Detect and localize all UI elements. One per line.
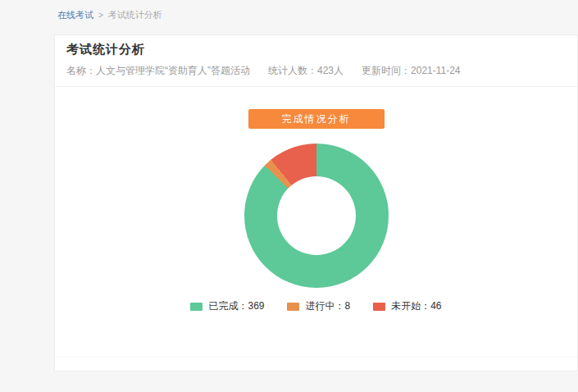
- legend-label-completed: 已完成：369: [208, 299, 264, 313]
- exam-meta: 名称：人文与管理学院“资助育人”答题活动 统计人数：423人 更新时间：2021…: [66, 64, 566, 78]
- legend-swatch-in-progress-icon: [287, 303, 299, 311]
- legend-item-completed[interactable]: 已完成：369: [190, 299, 264, 313]
- breadcrumb: 在线考试 > 考试统计分析: [57, 9, 162, 21]
- card-footer: [55, 357, 577, 371]
- donut-chart[interactable]: [244, 144, 389, 288]
- legend-item-not-started[interactable]: 未开始：46: [373, 299, 441, 313]
- breadcrumb-separator-icon: >: [98, 11, 103, 20]
- breadcrumb-link-online-exam[interactable]: 在线考试: [57, 9, 93, 21]
- donut-chart-wrap: [244, 144, 389, 288]
- card-header: 考试统计分析 名称：人文与管理学院“资助育人”答题活动 统计人数：423人 更新…: [55, 35, 577, 87]
- completion-analysis-button[interactable]: 完成情况分析: [248, 109, 385, 129]
- updated-time-text: 更新时间：2021-11-24: [362, 64, 461, 78]
- exam-name-text: 名称：人文与管理学院“资助育人”答题活动: [66, 64, 250, 78]
- participant-count-text: 统计人数：423人: [268, 64, 344, 78]
- page-title: 考试统计分析: [66, 42, 566, 57]
- legend-item-in-progress[interactable]: 进行中：8: [287, 299, 350, 313]
- legend-label-not-started: 未开始：46: [391, 299, 441, 313]
- exam-statistics-card: 考试统计分析 名称：人文与管理学院“资助育人”答题活动 统计人数：423人 更新…: [54, 34, 578, 371]
- chart-area: 完成情况分析 已完成：369 进行中：8 未开始：46: [55, 87, 577, 357]
- legend-swatch-completed-icon: [190, 303, 203, 311]
- legend-label-in-progress: 进行中：8: [305, 299, 350, 313]
- breadcrumb-current: 考试统计分析: [108, 9, 162, 21]
- chart-legend: 已完成：369 进行中：8 未开始：46: [190, 299, 441, 313]
- legend-swatch-not-started-icon: [373, 303, 385, 311]
